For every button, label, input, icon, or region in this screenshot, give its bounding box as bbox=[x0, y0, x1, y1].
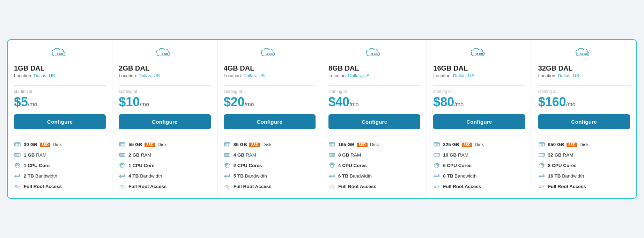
svg-text:#>: #> bbox=[224, 184, 230, 189]
divider-1-32gb-dal bbox=[538, 85, 630, 86]
ram-feature-16gb-dal: 16 GB RAM bbox=[433, 151, 525, 158]
root-value-4gb-dal: Full Root Access bbox=[234, 184, 272, 189]
price-row-4gb-dal: $20 /mo bbox=[224, 95, 316, 109]
plan-card-2gb-dal: 2 GB 2GB DAL Location: Dallas, US starti… bbox=[112, 40, 217, 198]
root-feature-8gb-dal: #> Full Root Access bbox=[328, 183, 420, 190]
root-value-2gb-dal: Full Root Access bbox=[128, 184, 166, 189]
plan-card-32gb-dal: 32 GB 32GB DAL Location: Dallas, US star… bbox=[532, 40, 636, 198]
starting-at-label-8gb-dal: starting at bbox=[328, 89, 420, 94]
plan-location-value-2gb-dal: Dallas, US bbox=[139, 73, 160, 78]
svg-rect-106 bbox=[329, 153, 335, 156]
svg-rect-1 bbox=[15, 143, 20, 146]
features-divider-16gb-dal bbox=[433, 136, 525, 136]
cpu-icon-1gb-dal bbox=[14, 162, 21, 169]
features-divider-2gb-dal bbox=[119, 136, 210, 136]
cloud-badge-32gb-dal: 32 GB bbox=[538, 47, 630, 59]
plan-location-32gb-dal: Location: Dallas, US bbox=[538, 73, 630, 78]
configure-button-2gb-dal[interactable]: Configure bbox=[119, 114, 210, 129]
svg-text:#>: #> bbox=[434, 184, 439, 189]
feature-list-32gb-dal: 650 GB SSD Disk 32 GB RAM bbox=[538, 141, 630, 190]
root-icon-2gb-dal: #> bbox=[119, 183, 126, 190]
price-8gb-dal: $40 bbox=[328, 95, 349, 109]
svg-text:8 GB: 8 GB bbox=[371, 52, 378, 56]
root-icon-32gb-dal: #> bbox=[538, 183, 545, 190]
svg-rect-166 bbox=[539, 143, 545, 146]
svg-text:1 GB: 1 GB bbox=[57, 52, 63, 56]
plan-location-value-16gb-dal: Dallas, US bbox=[453, 73, 474, 78]
bandwidth-feature-8gb-dal: 6 TB Bandwidth bbox=[328, 172, 420, 179]
cpu-icon-16gb-dal bbox=[433, 162, 440, 169]
bandwidth-icon-32gb-dal bbox=[538, 172, 545, 179]
cpu-value-2gb-dal: 1 CPU Core bbox=[128, 163, 154, 168]
features-divider-4gb-dal bbox=[224, 136, 316, 136]
plan-name-32gb-dal: 32GB DAL bbox=[538, 64, 630, 72]
ram-icon-2gb-dal bbox=[119, 151, 126, 158]
configure-button-16gb-dal[interactable]: Configure bbox=[433, 114, 525, 129]
bandwidth-feature-16gb-dal: 8 TB Bandwidth bbox=[433, 172, 525, 179]
plan-card-8gb-dal: 8 GB 8GB DAL Location: Dallas, US starti… bbox=[322, 40, 427, 198]
root-value-32gb-dal: Full Root Access bbox=[548, 184, 586, 189]
ram-value-16gb-dal: 16 GB RAM bbox=[443, 152, 468, 158]
price-row-32gb-dal: $160 /mo bbox=[538, 95, 630, 109]
plan-card-1gb-dal: 1 GB 1GB DAL Location: Dallas, US starti… bbox=[8, 40, 112, 198]
price-32gb-dal: $160 bbox=[538, 95, 566, 109]
disk-icon-4gb-dal bbox=[224, 141, 231, 148]
ram-icon-4gb-dal bbox=[224, 151, 231, 158]
divider-1-2gb-dal bbox=[119, 85, 210, 86]
disk-feature-1gb-dal: 30 GB SSD Disk bbox=[14, 141, 106, 148]
plan-location-4gb-dal: Location: Dallas, US bbox=[224, 73, 316, 78]
starting-at-label-2gb-dal: starting at bbox=[119, 89, 210, 94]
svg-rect-120 bbox=[331, 165, 333, 166]
svg-text:32 GB: 32 GB bbox=[580, 52, 588, 56]
divider-1-1gb-dal bbox=[14, 85, 106, 86]
feature-list-4gb-dal: 85 GB SSD Disk 4 GB RAM bbox=[224, 141, 316, 190]
configure-button-8gb-dal[interactable]: Configure bbox=[328, 114, 420, 129]
bandwidth-icon-8gb-dal bbox=[328, 172, 335, 179]
cpu-value-32gb-dal: 8 CPU Cores bbox=[548, 163, 577, 168]
cpu-icon-4gb-dal bbox=[224, 162, 231, 169]
ram-value-8gb-dal: 8 GB RAM bbox=[338, 152, 361, 158]
configure-button-1gb-dal[interactable]: Configure bbox=[14, 114, 106, 129]
ram-feature-2gb-dal: 2 GB RAM bbox=[119, 151, 210, 158]
price-suffix-16gb-dal: /mo bbox=[454, 101, 464, 108]
starting-at-label-1gb-dal: starting at bbox=[14, 89, 106, 94]
svg-rect-86 bbox=[225, 164, 229, 167]
divider-1-8gb-dal bbox=[328, 85, 420, 86]
starting-at-label-4gb-dal: starting at bbox=[224, 89, 316, 94]
cpu-feature-2gb-dal: 1 CPU Core bbox=[119, 162, 210, 169]
divider-1-4gb-dal bbox=[224, 85, 316, 86]
feature-list-1gb-dal: 30 GB SSD Disk 1 GB RAM bbox=[14, 141, 106, 190]
svg-rect-152 bbox=[435, 164, 438, 167]
ram-value-1gb-dal: 1 GB RAM bbox=[24, 152, 46, 158]
bandwidth-icon-2gb-dal bbox=[119, 172, 126, 179]
starting-at-label-32gb-dal: starting at bbox=[538, 89, 630, 94]
price-suffix-32gb-dal: /mo bbox=[566, 101, 576, 108]
svg-rect-100 bbox=[329, 143, 335, 146]
disk-value-2gb-dal: 55 GB SSD Disk bbox=[128, 142, 166, 147]
configure-button-32gb-dal[interactable]: Configure bbox=[538, 114, 630, 129]
plan-location-value-1gb-dal: Dallas, US bbox=[34, 73, 55, 78]
cpu-value-8gb-dal: 4 CPU Cores bbox=[338, 163, 367, 168]
disk-feature-16gb-dal: 325 GB SSD Disk bbox=[433, 141, 525, 148]
svg-rect-54 bbox=[121, 165, 123, 166]
price-row-8gb-dal: $40 /mo bbox=[328, 95, 420, 109]
pricing-table: 1 GB 1GB DAL Location: Dallas, US starti… bbox=[7, 39, 637, 199]
bandwidth-value-32gb-dal: 16 TB Bandwidth bbox=[548, 173, 584, 179]
plan-location-2gb-dal: Location: Dallas, US bbox=[119, 73, 210, 78]
root-feature-2gb-dal: #> Full Root Access bbox=[119, 183, 210, 190]
svg-text:#>: #> bbox=[119, 184, 125, 189]
plan-name-16gb-dal: 16GB DAL bbox=[433, 64, 525, 72]
cpu-icon-32gb-dal bbox=[538, 162, 545, 169]
plan-card-16gb-dal: 16 GB 16GB DAL Location: Dallas, US star… bbox=[427, 40, 532, 198]
bandwidth-icon-16gb-dal bbox=[433, 172, 440, 179]
svg-text:#>: #> bbox=[539, 184, 544, 189]
svg-rect-73 bbox=[224, 153, 230, 156]
plan-location-8gb-dal: Location: Dallas, US bbox=[328, 73, 420, 78]
configure-button-4gb-dal[interactable]: Configure bbox=[224, 114, 316, 129]
ram-icon-1gb-dal bbox=[14, 151, 21, 158]
plan-location-value-8gb-dal: Dallas, US bbox=[348, 73, 369, 78]
ram-feature-1gb-dal: 1 GB RAM bbox=[14, 151, 106, 158]
disk-value-1gb-dal: 30 GB SSD Disk bbox=[24, 142, 62, 147]
cloud-badge-4gb-dal: 4 GB bbox=[224, 47, 316, 59]
bandwidth-feature-1gb-dal: 2 TB Bandwidth bbox=[14, 172, 106, 179]
